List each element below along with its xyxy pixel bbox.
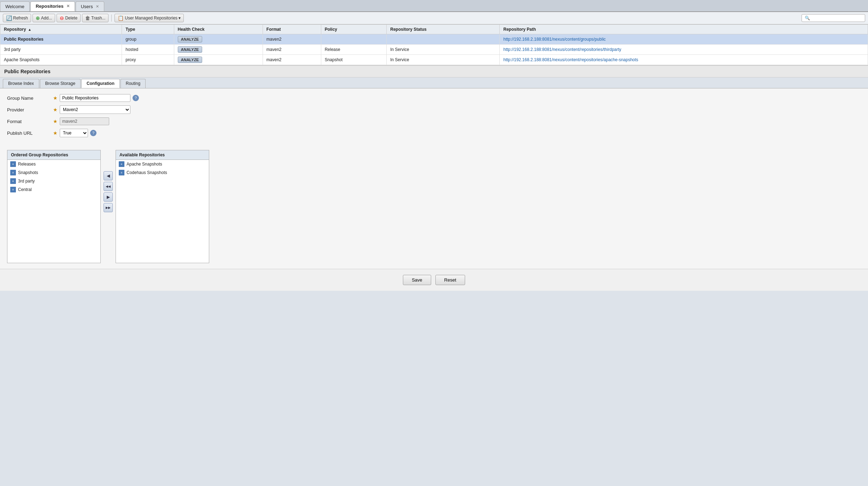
col-policy[interactable]: Policy <box>321 25 387 34</box>
ordered-item-label: 3rd party <box>18 179 35 184</box>
publish-url-row: Publish URL ★ True False ? <box>7 129 861 137</box>
repo-path-link[interactable]: http://192.168.2.188:8081/nexus/content/… <box>503 57 638 62</box>
sub-tab-bar: Browse Index Browse Storage Configuratio… <box>0 77 868 88</box>
publish-url-info-button[interactable]: ? <box>90 130 96 136</box>
tab-welcome[interactable]: Welcome <box>0 1 30 11</box>
format-label: Format <box>7 119 53 124</box>
toolbar: 🔄 Refresh ⊕ Add... ⊖ Delete 🗑 Trash... 📋… <box>0 12 868 24</box>
sub-tab-configuration-label: Configuration <box>87 81 115 86</box>
repository-table: Repository ▲ Type Health Check Format Po… <box>0 24 868 65</box>
save-button[interactable]: Save <box>403 275 431 285</box>
repo-status-cell: In Service <box>387 55 500 65</box>
table-row[interactable]: 3rd partyhostedANALYZEmaven2ReleaseIn Se… <box>0 45 868 55</box>
move-right-button[interactable]: ▶ <box>104 192 113 202</box>
repo-path-cell[interactable]: http://192.168.2.188:8081/nexus/content/… <box>500 34 868 45</box>
available-repo-title: Available Repositories <box>116 150 209 160</box>
provider-label: Provider <box>7 107 53 112</box>
table-row[interactable]: Public RepositoriesgroupANALYZEmaven2htt… <box>0 34 868 45</box>
col-status[interactable]: Repository Status <box>387 25 500 34</box>
repo-list-icon: ≡ <box>10 170 16 175</box>
repo-status-cell <box>387 34 500 45</box>
repo-format-cell: maven2 <box>263 45 321 55</box>
repo-list-icon: ≡ <box>10 187 16 192</box>
table-row[interactable]: Apache SnapshotsproxyANALYZEmaven2Snapsh… <box>0 55 868 65</box>
col-path[interactable]: Repository Path <box>500 25 868 34</box>
configuration-form: Group Name ★ ? Provider ★ Maven2 Format … <box>0 88 868 146</box>
ordered-list-item[interactable]: ≡3rd party <box>7 177 100 185</box>
group-name-row: Group Name ★ ? <box>7 94 861 102</box>
repo-health-check-cell: ANALYZE <box>174 55 263 65</box>
user-managed-icon: 📋 <box>118 15 124 21</box>
trash-label: Trash... <box>91 16 105 21</box>
repo-policy-cell <box>321 34 387 45</box>
repo-format-cell: maven2 <box>263 55 321 65</box>
refresh-icon: 🔄 <box>6 15 12 21</box>
ordered-list-item[interactable]: ≡Snapshots <box>7 168 100 177</box>
user-managed-button[interactable]: 📋 User Managed Repositories ▾ <box>115 14 184 22</box>
tab-repositories-close[interactable]: ✕ <box>66 4 70 8</box>
group-name-required: ★ <box>53 95 58 101</box>
ordered-items-container: ≡Releases≡Snapshots≡3rd party≡Central <box>7 160 100 194</box>
repo-path-cell[interactable]: http://192.168.2.188:8081/nexus/content/… <box>500 55 868 65</box>
group-name-info-button[interactable]: ? <box>133 95 139 101</box>
col-repository[interactable]: Repository ▲ <box>0 25 122 34</box>
analyze-button[interactable]: ANALYZE <box>178 46 202 53</box>
trash-button[interactable]: 🗑 Trash... <box>82 14 108 22</box>
tab-repositories[interactable]: Repositories ✕ <box>30 1 75 11</box>
repo-list-icon: ≡ <box>10 161 16 167</box>
sub-tab-browse-storage[interactable]: Browse Storage <box>40 79 81 88</box>
col-health-check[interactable]: Health Check <box>174 25 263 34</box>
col-type[interactable]: Type <box>122 25 174 34</box>
ordered-item-label: Snapshots <box>18 170 38 175</box>
provider-select[interactable]: Maven2 <box>60 105 130 114</box>
analyze-button[interactable]: ANALYZE <box>178 57 202 63</box>
refresh-button[interactable]: 🔄 Refresh <box>3 14 31 22</box>
refresh-label: Refresh <box>13 16 28 21</box>
provider-row: Provider ★ Maven2 <box>7 105 861 114</box>
repo-status-cell: In Service <box>387 45 500 55</box>
repo-name-cell: Public Repositories <box>0 34 122 45</box>
col-format[interactable]: Format <box>263 25 321 34</box>
analyze-button[interactable]: ANALYZE <box>178 36 202 42</box>
publish-url-select[interactable]: True False <box>60 129 88 137</box>
ordered-list-item[interactable]: ≡Releases <box>7 160 100 168</box>
available-list-item[interactable]: ≡Codehaus Snapshots <box>116 168 209 177</box>
repo-type-cell: group <box>122 34 174 45</box>
add-label: Add... <box>41 16 52 21</box>
format-input <box>60 117 109 125</box>
group-name-input[interactable] <box>60 94 130 102</box>
available-item-label: Codehaus Snapshots <box>127 170 167 175</box>
trash-icon: 🗑 <box>85 15 90 21</box>
tab-users-label: Users <box>81 4 93 9</box>
repo-path-link[interactable]: http://192.168.2.188:8081/nexus/content/… <box>503 47 621 52</box>
repo-policy-cell: Release <box>321 45 387 55</box>
move-first-button[interactable]: ◀◀ <box>104 182 113 191</box>
group-name-label: Group Name <box>7 96 53 101</box>
search-input[interactable] <box>802 14 865 22</box>
add-icon: ⊕ <box>36 15 40 21</box>
tab-users-close[interactable]: ✕ <box>96 4 99 9</box>
repo-list-icon: ≡ <box>119 170 124 175</box>
delete-icon: ⊖ <box>60 15 64 21</box>
sub-tab-browse-index[interactable]: Browse Index <box>3 79 39 88</box>
add-button[interactable]: ⊕ Add... <box>33 14 55 22</box>
available-list-item[interactable]: ≡Apache Snapshots <box>116 160 209 168</box>
repo-format-cell: maven2 <box>263 34 321 45</box>
ordered-repo-title: Ordered Group Repositories <box>7 150 100 160</box>
ordered-repo-list: Ordered Group Repositories ≡Releases≡Sna… <box>7 150 101 263</box>
tab-users[interactable]: Users ✕ <box>76 1 104 11</box>
available-repo-list: Available Repositories ≡Apache Snapshots… <box>116 150 209 263</box>
ordered-list-item[interactable]: ≡Central <box>7 185 100 194</box>
repo-list-icon: ≡ <box>10 178 16 184</box>
delete-button[interactable]: ⊖ Delete <box>57 14 81 22</box>
move-left-button[interactable]: ◀ <box>104 171 113 180</box>
repo-path-cell[interactable]: http://192.168.2.188:8081/nexus/content/… <box>500 45 868 55</box>
sub-tab-configuration[interactable]: Configuration <box>81 79 120 88</box>
dropdown-arrow-icon: ▾ <box>178 16 181 21</box>
repo-path-link[interactable]: http://192.168.2.188:8081/nexus/content/… <box>503 37 606 42</box>
sub-tab-routing[interactable]: Routing <box>121 79 146 88</box>
move-last-button[interactable]: ▶▶ <box>104 203 113 212</box>
toolbar-separator <box>111 15 112 22</box>
provider-required: ★ <box>53 107 58 112</box>
reset-button[interactable]: Reset <box>435 275 465 285</box>
